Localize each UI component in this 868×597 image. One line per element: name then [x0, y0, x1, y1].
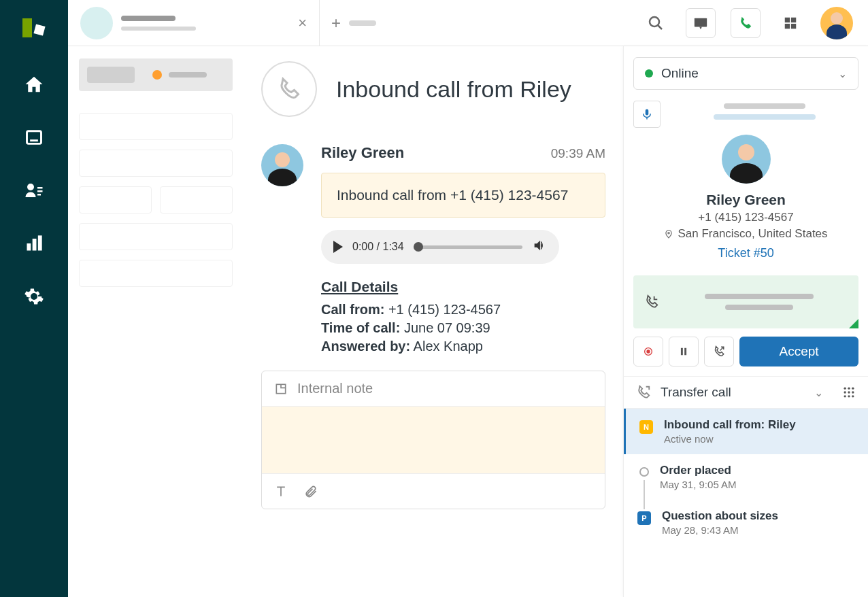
- accept-button[interactable]: Accept: [739, 337, 858, 366]
- hold-button[interactable]: [669, 337, 699, 366]
- nav-home[interactable]: [22, 72, 46, 97]
- svg-point-31: [848, 391, 850, 393]
- svg-point-35: [852, 395, 854, 397]
- svg-point-32: [852, 391, 854, 393]
- composer: Internal note: [261, 371, 605, 509]
- apps-icon[interactable]: [775, 8, 805, 38]
- incoming-call-icon: [644, 294, 659, 309]
- svg-point-34: [848, 395, 850, 397]
- thread-entry: Riley Green 09:39 AM Inbound call from +…: [261, 144, 605, 357]
- call-panel: Online ⌄ Riley Green +1 (415) 123-4567: [623, 46, 868, 597]
- list-item[interactable]: [79, 223, 233, 250]
- ticket-main: Inbound call from Riley Riley Green 09:3…: [244, 46, 623, 597]
- svg-point-27: [844, 388, 846, 390]
- svg-point-33: [844, 395, 846, 397]
- search-icon[interactable]: [641, 8, 671, 38]
- panel-ticket-link[interactable]: Ticket #50: [633, 246, 858, 260]
- mic-icon[interactable]: [633, 101, 661, 128]
- svg-point-23: [646, 349, 650, 353]
- svg-rect-1: [33, 24, 45, 35]
- svg-rect-13: [695, 18, 707, 27]
- app-logo[interactable]: [19, 14, 49, 44]
- svg-rect-2: [27, 131, 41, 144]
- list-item[interactable]: [160, 186, 233, 214]
- call-details-heading: Call Details: [321, 279, 605, 295]
- phone-icon[interactable]: [731, 8, 761, 38]
- svg-line-26: [720, 347, 724, 350]
- svg-rect-9: [33, 239, 37, 251]
- list-item[interactable]: [79, 260, 233, 287]
- nav-reporting[interactable]: [22, 231, 46, 256]
- user-avatar[interactable]: [820, 7, 853, 39]
- svg-point-29: [852, 388, 854, 390]
- composer-textarea[interactable]: [262, 407, 605, 473]
- list-item[interactable]: [79, 113, 233, 140]
- top-tab-bar: × +: [68, 0, 868, 46]
- transfer-button[interactable]: [704, 337, 734, 366]
- location-icon: [664, 229, 673, 239]
- play-icon[interactable]: [333, 241, 343, 253]
- svg-rect-25: [684, 348, 686, 356]
- list-item[interactable]: [79, 150, 233, 177]
- attachment-icon[interactable]: [304, 484, 318, 499]
- close-icon[interactable]: ×: [298, 14, 307, 32]
- panel-caller-phone: +1 (415) 123-4567: [633, 211, 858, 224]
- caller-avatar: [261, 144, 303, 186]
- chat-icon[interactable]: [686, 8, 716, 38]
- transfer-call-row[interactable]: Transfer call ⌄: [624, 376, 868, 409]
- record-button[interactable]: [633, 337, 663, 366]
- svg-point-11: [650, 17, 659, 27]
- tab-avatar-placeholder: [80, 7, 113, 39]
- status-dropdown[interactable]: Online ⌄: [633, 57, 858, 90]
- dialpad-icon[interactable]: [842, 386, 856, 399]
- interaction-timeline: N Inbound call from: Riley Active now Or…: [624, 409, 868, 545]
- nav-customers[interactable]: [22, 178, 46, 203]
- audio-player[interactable]: 0:00 / 1:34: [321, 230, 559, 264]
- main-area: × +: [68, 0, 868, 597]
- svg-rect-24: [681, 348, 683, 356]
- panel-caller-name: Riley Green: [633, 192, 858, 208]
- nav-views[interactable]: [22, 125, 46, 150]
- ticket-title: Inbound call from Riley: [336, 76, 571, 103]
- timeline-item[interactable]: N Inbound call from: Riley Active now: [624, 409, 868, 454]
- volume-icon[interactable]: [532, 238, 547, 256]
- timeline-item[interactable]: Order placed May 31, 9:05 AM: [624, 454, 868, 500]
- plus-icon[interactable]: +: [331, 14, 341, 33]
- transfer-call-icon: [636, 385, 651, 400]
- problem-badge-icon: P: [637, 511, 651, 525]
- svg-point-4: [27, 184, 34, 190]
- list-item[interactable]: [79, 186, 152, 214]
- chevron-down-icon: ⌄: [814, 386, 823, 399]
- svg-rect-17: [785, 23, 790, 28]
- svg-rect-0: [22, 18, 32, 37]
- panel-caller-location: San Francisco, United States: [633, 227, 858, 241]
- add-tab[interactable]: +: [320, 14, 388, 33]
- svg-rect-16: [791, 17, 796, 22]
- composer-label: Internal note: [297, 381, 373, 396]
- nav-rail: [0, 0, 68, 597]
- list-filter-pill[interactable]: [79, 58, 233, 91]
- svg-rect-18: [791, 23, 796, 28]
- svg-marker-14: [699, 27, 702, 29]
- svg-line-12: [658, 25, 662, 29]
- text-format-icon[interactable]: [274, 484, 288, 499]
- active-call-box: [633, 275, 858, 328]
- svg-rect-15: [785, 17, 790, 22]
- svg-rect-10: [38, 235, 42, 250]
- left-list-column: [68, 46, 244, 597]
- message-box: Inbound call from +1 (415) 123-4567: [321, 173, 605, 218]
- svg-point-30: [844, 391, 846, 393]
- nav-admin[interactable]: [22, 284, 46, 309]
- status-dot-icon: [152, 70, 162, 80]
- caller-avatar: [722, 135, 771, 184]
- audio-progress[interactable]: [414, 245, 522, 249]
- audio-time: 0:00 / 1:34: [352, 241, 404, 253]
- tab-title-placeholder: [121, 16, 176, 21]
- timeline-item[interactable]: P Question about sizes May 28, 9:43 AM: [624, 500, 868, 545]
- new-badge-icon: N: [639, 420, 653, 434]
- active-tab[interactable]: ×: [68, 0, 320, 46]
- message-time: 09:39 AM: [551, 146, 605, 161]
- svg-rect-8: [27, 243, 31, 251]
- svg-point-28: [848, 388, 850, 390]
- chevron-down-icon: ⌄: [838, 67, 847, 80]
